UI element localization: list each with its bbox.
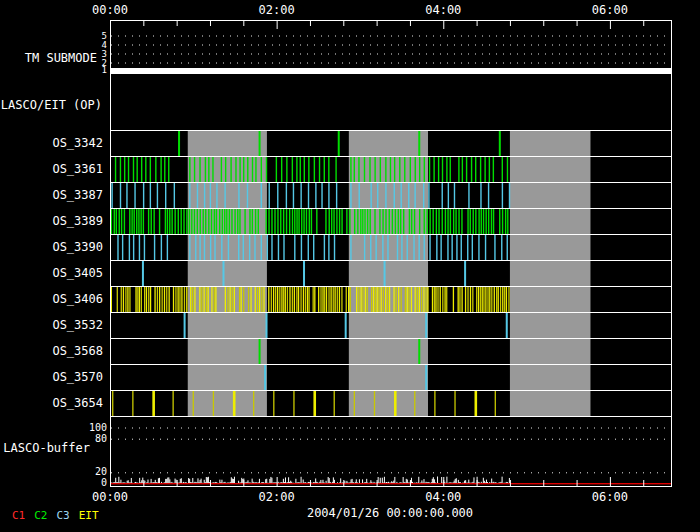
time-label-top-1: 02:00 (255, 4, 299, 16)
lasco-timeline-screen: 00:0000:0002:0002:0004:0004:0006:0006:00… (0, 0, 700, 532)
time-label-bottom-0: 00:00 (88, 491, 132, 503)
row-os_3387-ticks (111, 183, 510, 208)
legend-item-c1: C1 (12, 510, 25, 521)
buffer-ytick-3: 0 (101, 478, 107, 488)
row-label-os_3342: OS_3342 (52, 137, 103, 149)
legend-item-eit: EIT (79, 510, 99, 521)
row-os_3361-ticks (115, 157, 508, 182)
row-label-os_3654: OS_3654 (52, 397, 103, 409)
legend-item-c3: C3 (57, 510, 70, 521)
legend-item-c2: C2 (34, 510, 47, 521)
buffer-ytick-2: 20 (95, 467, 107, 477)
row-label-os_3387: OS_3387 (52, 189, 103, 201)
buffer-ytick-1: 80 (95, 434, 107, 444)
tm-ytick-4: 1 (102, 66, 107, 75)
time-label-top-3: 06:00 (588, 4, 632, 16)
tm-submode-panel (110, 36, 671, 73)
timeline-plot (0, 0, 700, 532)
row-label-os_3406: OS_3406 (52, 293, 103, 305)
time-label-top-0: 00:00 (88, 4, 132, 16)
row-label-os_3361: OS_3361 (52, 163, 103, 175)
row-os_3390-ticks (117, 235, 508, 260)
row-label-os_3532: OS_3532 (52, 319, 103, 331)
buffer-ytick-0: 100 (89, 423, 107, 433)
row-label-os_3570: OS_3570 (52, 371, 103, 383)
row-label-os_3405: OS_3405 (52, 267, 103, 279)
lasco-buffer-label: LASCO-buffer (3, 442, 90, 454)
row-os_3389-ticks (111, 209, 509, 234)
row-label-os_3389: OS_3389 (52, 215, 103, 227)
row-os_3406-ticks (111, 287, 510, 312)
time-label-bottom-1: 02:00 (255, 491, 299, 503)
tm-submode-label: TM SUBMODE (25, 52, 97, 64)
row-label-os_3568: OS_3568 (52, 345, 103, 357)
time-label-bottom-3: 06:00 (588, 491, 632, 503)
reference-date-label: 2004/01/26 00:00:00.000 (240, 507, 540, 519)
camera-legend: C1C2C3EIT (12, 510, 99, 521)
time-label-bottom-2: 04:00 (421, 491, 465, 503)
lasco-eit-op-label: LASCO/EIT (OP) (1, 99, 102, 111)
time-label-top-2: 04:00 (421, 4, 465, 16)
row-os_3654-ticks (112, 391, 496, 416)
row-label-os_3390: OS_3390 (52, 241, 103, 253)
lasco-buffer-panel (110, 428, 671, 484)
